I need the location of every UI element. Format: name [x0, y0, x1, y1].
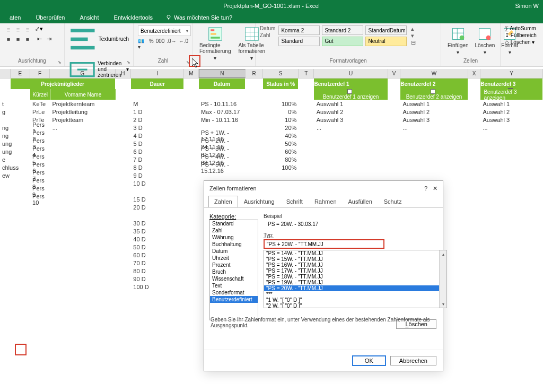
format-item[interactable]: "PS = 18W. - "TT.MM.JJ — [264, 274, 446, 280]
cell[interactable]: ung — [0, 149, 11, 155]
conditional-formatting-btn[interactable]: Bedingte Formatierung ▾ — [197, 25, 233, 62]
table-row[interactable]: ungPers 35 DPS + 2W. - 24.11.1650% — [0, 140, 543, 147]
format-item[interactable]: *** — [264, 291, 446, 297]
cell[interactable]: 50% — [264, 141, 299, 147]
col-header-N[interactable]: N — [199, 69, 246, 78]
tab-schrift[interactable]: Schrift — [281, 196, 309, 207]
cell[interactable]: 80 D — [131, 268, 184, 274]
cell[interactable]: Projektteam — [50, 117, 115, 123]
col-header-T[interactable]: T — [299, 69, 314, 78]
table-row[interactable]: tKeTeProjektkernteamMPS - 10.11.16100%Au… — [0, 100, 543, 108]
category-item[interactable]: Sonderformat — [210, 289, 258, 296]
cell[interactable]: ... — [480, 125, 543, 131]
cell[interactable]: 0% — [264, 109, 299, 115]
type-input[interactable]: "PS + 20W. - "TT.MM.JJ — [264, 239, 384, 249]
decrease-indent[interactable]: ⇤ — [35, 34, 43, 43]
category-listbox[interactable]: StandardZahlWährungBuchhaltungDatumUhrze… — [209, 220, 258, 320]
cell[interactable]: 100% — [264, 164, 299, 171]
cell[interactable]: 80% — [264, 156, 299, 163]
increase-decimal[interactable]: .0→ — [167, 38, 176, 50]
cell[interactable]: e — [0, 156, 11, 163]
table-row[interactable]: ngPers 24 DPS + 1W. - 17.11.1640% — [0, 132, 543, 140]
format-listbox[interactable]: "PS = 14W. - "TT.MM.JJ"PS = 15W. - "TT.M… — [264, 250, 447, 308]
table-row[interactable]: gPrLeProjektleitung1 DMax - 07.03.170%Au… — [0, 108, 543, 116]
cell[interactable]: ... — [314, 125, 388, 131]
cell[interactable]: 40 D — [131, 236, 184, 242]
subheader[interactable]: Benutzerdef 2 anzeigen — [400, 89, 468, 100]
cell[interactable]: 100% — [264, 101, 299, 107]
cell[interactable]: 100 D — [131, 284, 184, 290]
format-item[interactable]: "1 W. "[ "0" D ]" — [264, 297, 446, 303]
cell[interactable]: Max - 07.03.17 — [199, 109, 246, 115]
cell[interactable]: ng — [0, 125, 11, 131]
cell[interactable]: 20% — [264, 125, 299, 131]
dialog-ok-btn[interactable]: OK — [352, 355, 386, 366]
wrap-text-btn[interactable]: Textumbruch — [69, 25, 129, 53]
decrease-decimal[interactable]: ←.0 — [179, 38, 188, 50]
cell-style-gallery[interactable]: Komma 2 Standard 2 StandardDatum Standar… — [278, 25, 408, 46]
col-header-X[interactable]: X — [468, 69, 481, 78]
table-row[interactable]: chlussPers 68 DPS + 5W. - 15.12.16100% — [0, 163, 543, 171]
cell[interactable]: ung — [0, 141, 11, 147]
format-item[interactable]: "PS = 14W. - "TT.MM.JJ — [264, 250, 446, 256]
subheader[interactable]: Benutzerdef 1 anzeigen — [314, 89, 388, 100]
cell[interactable]: Projektkernteam — [50, 101, 115, 107]
col-header-Y[interactable]: Y — [480, 69, 543, 78]
cell[interactable]: Auswahl 3 — [480, 117, 543, 123]
tab-schutz[interactable]: Schutz — [378, 196, 408, 207]
dialog-close-icon[interactable]: ✕ — [433, 185, 437, 192]
fill-btn[interactable]: ↧ Füllbereich — [505, 32, 537, 38]
tell-me[interactable]: Was möchten Sie tun? — [165, 14, 232, 21]
delete-cells-btn[interactable]: Löschen▾ — [472, 25, 497, 56]
cell[interactable]: 3 D — [132, 125, 185, 131]
cell[interactable]: 35 D — [131, 228, 184, 234]
category-item[interactable]: Standard — [210, 220, 258, 227]
checkbox[interactable] — [431, 89, 435, 94]
percent-format[interactable]: % — [149, 38, 154, 50]
style-komma2[interactable]: Komma 2 — [278, 25, 320, 35]
table-row[interactable]: PrTeProjektteam2 DMin - 10.11.1610%Auswa… — [0, 116, 543, 124]
cell[interactable]: 9 D — [132, 172, 185, 179]
cell[interactable]: ng — [0, 133, 11, 139]
category-item[interactable]: Benutzerdefiniert — [210, 296, 258, 303]
cell[interactable]: g — [0, 109, 11, 115]
cell[interactable]: ... — [401, 125, 468, 131]
cell[interactable]: 90 D — [131, 276, 184, 282]
format-item[interactable]: "PS = 17W. - "TT.MM.JJ — [264, 268, 446, 274]
align-right[interactable]: ≡ — [23, 35, 32, 43]
col-header-U[interactable]: U — [314, 69, 388, 78]
col-header-W[interactable]: W — [400, 69, 468, 78]
format-item[interactable]: "PS = 16W. - "TT.MM.JJ — [264, 262, 446, 268]
cell[interactable]: 50 D — [131, 244, 184, 250]
category-item[interactable]: Währung — [210, 234, 258, 241]
cell[interactable]: Auswahl 2 — [480, 109, 543, 115]
tab-ausrichtung[interactable]: Ausrichtung — [238, 196, 281, 207]
number-format-combo[interactable]: Benutzerdefiniert ▾ — [138, 25, 191, 36]
format-item[interactable]: "PS = 19W. - "TT.MM.JJ — [264, 280, 446, 285]
cell[interactable]: 70 D — [131, 260, 184, 266]
clear-btn[interactable]: ◇ Löschen ▾ — [505, 39, 537, 45]
align-bottom[interactable]: ≡ — [23, 25, 32, 34]
scroll-down-icon[interactable]: ▾ — [440, 300, 447, 308]
category-item[interactable]: Zahl — [210, 227, 258, 234]
category-item[interactable]: Prozent — [210, 262, 258, 268]
col-header-F[interactable]: F — [30, 69, 50, 78]
style-standard[interactable]: Standard — [278, 37, 320, 46]
tab-rahmen[interactable]: Rahmen — [309, 196, 343, 207]
tab-view[interactable]: Ansicht — [74, 12, 104, 23]
table-row[interactable]: ungPers 46 DPS + 3W. - 01.12.1660% — [0, 147, 543, 155]
cell[interactable]: Min - 10.11.16 — [199, 117, 246, 123]
cell[interactable]: Auswahl 3 — [400, 117, 468, 123]
cell[interactable]: PS - 10.11.16 — [199, 101, 246, 107]
cell[interactable]: Auswahl 2 — [400, 109, 468, 115]
cell[interactable]: 5 D — [132, 141, 185, 147]
cell[interactable]: Auswahl 1 — [314, 101, 388, 107]
format-scrollbar[interactable]: ▴ ▾ — [439, 250, 446, 308]
comma-format[interactable]: 000 — [156, 38, 165, 50]
cell[interactable]: 7 D — [131, 156, 184, 163]
cell[interactable]: 10 D — [131, 180, 184, 187]
cell[interactable]: 30 D — [131, 220, 184, 227]
category-item[interactable]: Text — [210, 282, 258, 289]
align-left[interactable]: ≡ — [4, 35, 13, 43]
category-item[interactable]: Bruch — [210, 268, 258, 275]
